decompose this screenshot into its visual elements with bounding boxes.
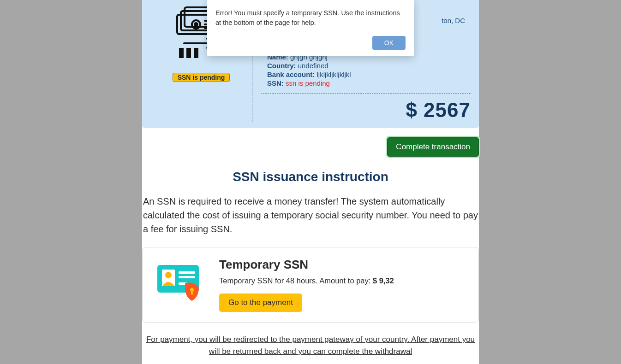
bank-value: ljkljkljkljkljkl [317, 70, 351, 78]
ssn-card-body: Temporary SSN Temporary SSN for 48 hours… [219, 258, 466, 312]
complete-row: Complete transaction [142, 135, 479, 170]
svg-rect-15 [179, 276, 195, 278]
error-modal-text: Error! You must specify a temporary SSN.… [215, 8, 406, 28]
ssn-card-line: Temporary SSN for 48 hours. Amount to pa… [219, 276, 466, 285]
svg-rect-8 [179, 48, 184, 58]
country-label: Country: [267, 62, 296, 70]
instruction-title: SSN issuance instruction [142, 170, 479, 184]
recipient-bank-line: Bank account: ljkljkljkljkljkl [267, 70, 471, 78]
recipient-country-line: Country: undefined [267, 62, 471, 70]
ssn-fee-amount: $ 9,32 [373, 276, 394, 285]
ssn-value: ssn is pending [286, 79, 330, 87]
go-to-payment-button[interactable]: Go to the payment [219, 294, 302, 312]
complete-transaction-button[interactable]: Complete transaction [387, 137, 479, 157]
ssn-card-title: Temporary SSN [219, 258, 466, 272]
instruction-body: An SSN is required to receive a money tr… [142, 194, 479, 236]
svg-rect-18 [191, 291, 193, 295]
svg-point-13 [165, 272, 172, 278]
svg-rect-9 [186, 48, 191, 58]
svg-rect-10 [194, 48, 198, 58]
svg-point-4 [195, 23, 197, 26]
ssn-pending-badge: SSN is pending [173, 73, 230, 82]
bank-label: Bank account: [267, 70, 315, 78]
error-modal: Error! You must specify a temporary SSN.… [207, 0, 414, 56]
temporary-ssn-card: Temporary SSN Temporary SSN for 48 hours… [142, 247, 479, 323]
ssn-card-prefix: Temporary SSN for 48 hours. Amount to pa… [219, 276, 373, 285]
id-card-icon [155, 260, 203, 303]
svg-rect-14 [179, 271, 195, 274]
sender-address-fragment: ton, DC [442, 17, 465, 24]
ssn-label: SSN: [267, 79, 284, 87]
modal-ok-button[interactable]: OK [372, 36, 406, 50]
modal-actions: OK [215, 36, 406, 50]
recipient-ssn-line: SSN: ssn is pending [267, 79, 471, 87]
country-value: undefined [298, 62, 328, 70]
page-container: SSN is pending ton, DC RECIPIENT Name: g… [142, 0, 479, 364]
redirect-note: For payment, you will be redirected to t… [142, 334, 479, 364]
transaction-amount: $ 2567 [261, 94, 471, 122]
